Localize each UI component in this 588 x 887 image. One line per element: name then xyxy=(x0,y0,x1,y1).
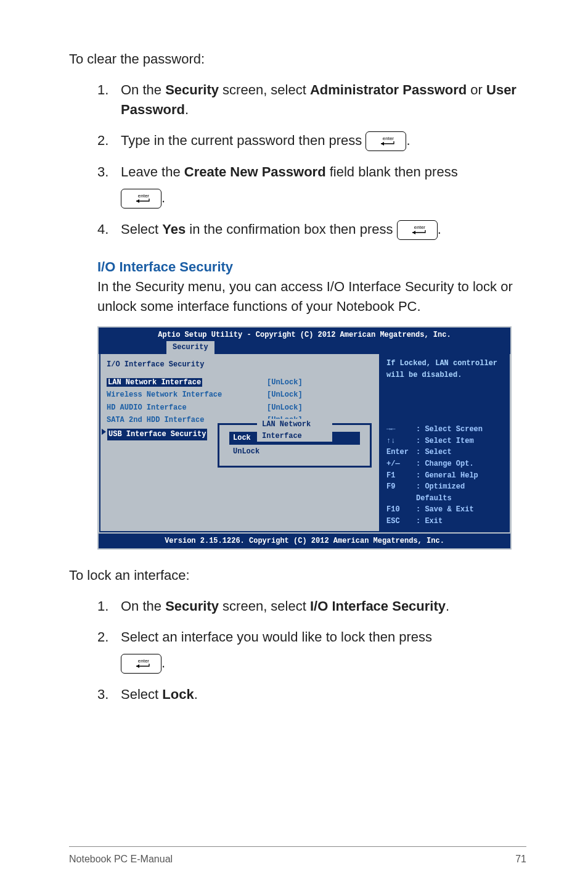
bios-popup: LAN Network Interface LockUnLock xyxy=(218,423,372,468)
bios-row: LAN Network Interface[UnLock] xyxy=(107,377,373,389)
list-item: 3.Leave the Create New Password field bl… xyxy=(97,162,526,208)
bios-help-row: ESC: Exit xyxy=(386,516,504,527)
list-number: 2. xyxy=(97,627,121,674)
bios-row-value: [UnLock] xyxy=(267,389,303,401)
list-body: Select Yes in the confirmation box then … xyxy=(121,220,526,240)
clear-password-intro: To clear the password: xyxy=(69,49,526,69)
bios-popup-option: UnLock xyxy=(229,445,360,458)
list-number: 3. xyxy=(97,685,121,704)
io-desc: In the Security menu, you can access I/O… xyxy=(97,277,526,316)
list-item: 3.Select Lock. xyxy=(97,685,526,704)
bios-row-value: [UnLock] xyxy=(267,402,303,414)
list-number: 1. xyxy=(97,80,121,120)
bios-header: Aptio Setup Utility - Copyright (C) 2012… xyxy=(97,326,512,342)
list-item: 1.On the Security screen, select I/O Int… xyxy=(97,596,526,616)
bios-row: Wireless Network Interface[UnLock] xyxy=(107,389,373,401)
list-body: Type in the current password then press … xyxy=(121,131,526,151)
svg-text:enter: enter xyxy=(138,193,150,199)
bios-help-top: If Locked, LAN controller will be disabl… xyxy=(386,358,504,381)
bios-row-usb: USB Interface Security xyxy=(107,429,207,440)
bios-tabstrip: Security xyxy=(97,341,512,354)
bios-help-row: F1: General Help xyxy=(386,470,504,482)
bios-screenshot: Aptio Setup Utility - Copyright (C) 2012… xyxy=(97,326,512,550)
list-number: 3. xyxy=(97,162,121,208)
bios-help-row: F10: Save & Exit xyxy=(386,504,504,516)
list-body: On the Security screen, select I/O Inter… xyxy=(121,596,526,616)
bios-panel-title: I/O Interface Security xyxy=(107,359,373,371)
list-item: 2.Select an interface you would like to … xyxy=(97,627,526,674)
svg-text:enter: enter xyxy=(414,225,425,230)
svg-text:enter: enter xyxy=(383,136,394,141)
footer-page-number: 71 xyxy=(515,852,526,866)
bios-help-row: Enter: Select xyxy=(386,447,504,458)
bios-help-row: +/—: Change Opt. xyxy=(386,458,504,470)
bios-help-row: ↑↓: Select Item xyxy=(386,435,504,447)
list-body: Select Lock. xyxy=(121,685,526,704)
bios-help-row: →←: Select Screen xyxy=(386,424,504,435)
enter-key-icon: enter xyxy=(397,220,438,240)
bios-row-value: [UnLock] xyxy=(267,377,303,389)
list-number: 4. xyxy=(97,220,121,240)
lock-intro: To lock an interface: xyxy=(69,566,526,585)
io-heading: I/O Interface Security xyxy=(97,257,526,277)
list-number: 2. xyxy=(97,131,121,151)
bios-tab-security: Security xyxy=(166,341,214,354)
list-item: 4.Select Yes in the confirmation box the… xyxy=(97,220,526,240)
bios-help-row: F9: Optimized Defaults xyxy=(386,481,504,504)
list-body: Leave the Create New Password field blan… xyxy=(121,162,526,208)
enter-key-icon: enter xyxy=(365,131,406,151)
list-item: 2.Type in the current password then pres… xyxy=(97,131,526,151)
bios-popup-title: LAN Network Interface xyxy=(257,419,332,442)
list-item: 1.On the Security screen, select Adminis… xyxy=(97,80,526,120)
triangle-icon xyxy=(102,429,106,435)
bios-main-panel: I/O Interface Security LAN Network Inter… xyxy=(99,354,380,532)
footer-left: Notebook PC E-Manual xyxy=(69,852,173,866)
enter-key-icon: enter xyxy=(121,654,161,674)
svg-text:enter: enter xyxy=(138,658,150,664)
list-number: 1. xyxy=(97,596,121,616)
list-body: Select an interface you would like to lo… xyxy=(121,627,526,674)
enter-key-icon: enter xyxy=(121,189,161,208)
bios-row: HD AUDIO Interface[UnLock] xyxy=(107,402,373,414)
list-body: On the Security screen, select Administr… xyxy=(121,80,526,120)
bios-help-panel: If Locked, LAN controller will be disabl… xyxy=(380,354,510,532)
bios-footer: Version 2.15.1226. Copyright (C) 2012 Am… xyxy=(97,534,512,550)
